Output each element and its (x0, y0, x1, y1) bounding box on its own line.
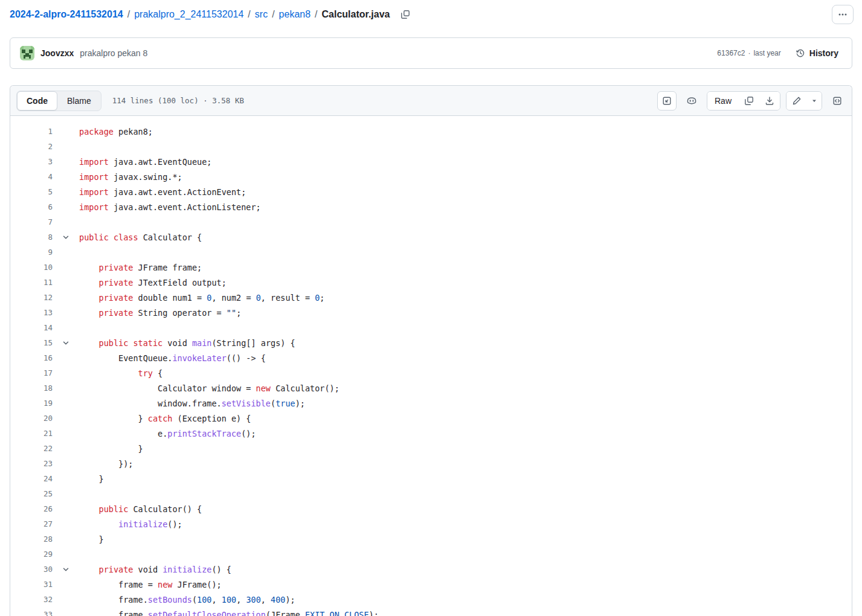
commit-message[interactable]: prakalpro pekan 8 (80, 48, 147, 58)
breadcrumb-dir-link-1[interactable]: prakalpro_2_2411532014 (134, 9, 243, 20)
code-line: 1package pekan8; (10, 124, 852, 139)
copy-path-button[interactable] (397, 6, 414, 23)
line-number[interactable]: 4 (10, 172, 53, 181)
line-number[interactable]: 13 (10, 308, 53, 317)
line-number[interactable]: 11 (10, 278, 53, 287)
breadcrumb-repo-link[interactable]: 2024-2-alpro-2411532014 (10, 9, 123, 20)
fold-chevron-icon[interactable] (53, 565, 79, 574)
breadcrumb-dir-link-2[interactable]: src (255, 9, 268, 20)
fold-chevron-icon[interactable] (53, 339, 79, 347)
line-number[interactable]: 8 (10, 233, 53, 242)
line-number[interactable]: 7 (10, 217, 53, 226)
kebab-menu-button[interactable] (832, 5, 854, 24)
code-line: 2 (10, 139, 852, 154)
commit-meta-separator: · (748, 49, 750, 57)
breadcrumb-dir-link-3[interactable]: pekan8 (279, 9, 311, 20)
line-number[interactable]: 24 (10, 474, 53, 483)
code-blame-toggle: Code Blame (16, 91, 101, 111)
line-number[interactable]: 31 (10, 580, 53, 589)
line-number[interactable]: 5 (10, 187, 53, 196)
copilot-button[interactable] (682, 91, 701, 111)
line-number[interactable]: 16 (10, 353, 53, 362)
code-line-text: frame.setDefaultCloseOperation(JFrame.EX… (79, 610, 379, 616)
line-number[interactable]: 29 (10, 550, 53, 559)
tab-code[interactable]: Code (17, 91, 57, 111)
line-number[interactable]: 14 (10, 323, 53, 332)
code-line: 31 frame = new JFrame(); (10, 577, 852, 592)
code-line-text: private JFrame frame; (79, 263, 202, 272)
code-line: 21 e.printStackTrace(); (10, 426, 852, 441)
line-number[interactable]: 9 (10, 248, 53, 257)
dropdown-caret-icon (811, 97, 818, 104)
line-number[interactable]: 27 (10, 519, 53, 528)
line-number[interactable]: 10 (10, 263, 53, 272)
avatar[interactable] (20, 46, 34, 60)
copy-path-icon (400, 10, 410, 19)
breadcrumb-separator: / (127, 9, 130, 20)
open-in-editor-button[interactable] (657, 91, 677, 111)
line-number[interactable]: 17 (10, 368, 53, 377)
breadcrumb-bar: 2024-2-alpro-2411532014 / prakalpro_2_24… (0, 0, 862, 27)
download-button[interactable] (759, 92, 780, 110)
line-number[interactable]: 1 (10, 127, 53, 136)
raw-button[interactable]: Raw (707, 92, 739, 110)
code-line-text: private double num1 = 0, num2 = 0, resul… (79, 293, 324, 303)
line-number[interactable]: 12 (10, 293, 53, 302)
code-line: 23 }); (10, 456, 852, 471)
copilot-icon (686, 95, 697, 106)
line-number[interactable]: 3 (10, 157, 53, 166)
code-line-text: public Calculator() { (79, 504, 202, 514)
line-number[interactable]: 23 (10, 459, 53, 468)
line-number[interactable]: 26 (10, 504, 53, 513)
kebab-menu-icon (838, 10, 848, 19)
copy-raw-button[interactable] (739, 92, 759, 110)
code-viewer: 1package pekan8;23import java.awt.EventQ… (10, 116, 852, 616)
file-meta: 114 lines (100 loc) · 3.58 KB (112, 96, 244, 105)
line-number[interactable]: 33 (10, 610, 53, 616)
edit-dropdown-button[interactable] (807, 92, 822, 110)
commit-time: last year (753, 49, 780, 57)
line-number[interactable]: 25 (10, 489, 53, 498)
code-line: 7 (10, 214, 852, 229)
breadcrumb-separator: / (272, 9, 274, 20)
line-number[interactable]: 21 (10, 429, 53, 438)
line-number[interactable]: 22 (10, 444, 53, 453)
symbols-panel-button[interactable] (828, 91, 847, 111)
code-line-text: package pekan8; (79, 127, 153, 136)
code-line-text: import javax.swing.*; (79, 172, 182, 182)
code-line-text: } (79, 534, 104, 544)
line-number[interactable]: 6 (10, 202, 53, 211)
commit-sha[interactable]: 61367c2 (717, 49, 745, 57)
code-line: 10 private JFrame frame; (10, 260, 852, 275)
code-lines: 1package pekan8;23import java.awt.EventQ… (10, 124, 852, 616)
code-line-text: }); (79, 459, 133, 469)
line-number[interactable]: 20 (10, 414, 53, 423)
line-number[interactable]: 30 (10, 565, 53, 574)
code-line: 22 } (10, 441, 852, 456)
line-number[interactable]: 2 (10, 142, 53, 151)
line-number[interactable]: 32 (10, 595, 53, 604)
line-number[interactable]: 18 (10, 383, 53, 393)
edit-file-button[interactable] (786, 92, 807, 110)
code-line: 18 Calculator window = new Calculator(); (10, 380, 852, 396)
code-line: 20 } catch (Exception e) { (10, 411, 852, 426)
tab-blame[interactable]: Blame (57, 91, 101, 111)
edit-actions-group (786, 91, 822, 111)
line-number[interactable]: 19 (10, 399, 53, 408)
code-line: 11 private JTextField output; (10, 275, 852, 290)
line-number[interactable]: 28 (10, 534, 53, 544)
history-button[interactable]: History (792, 46, 842, 60)
code-line: 12 private double num1 = 0, num2 = 0, re… (10, 290, 852, 305)
line-number[interactable]: 15 (10, 338, 53, 347)
commit-right: 61367c2 · last year History (717, 46, 842, 60)
breadcrumb-separator: / (248, 9, 250, 20)
fold-chevron-icon[interactable] (53, 233, 79, 242)
history-icon (796, 48, 805, 58)
code-line-text: window.frame.setVisible(true); (79, 399, 305, 408)
code-line: 17 try { (10, 365, 852, 380)
code-line: 8public class Calculator { (10, 229, 852, 245)
code-line: 24 } (10, 471, 852, 486)
code-line: 33 frame.setDefaultCloseOperation(JFrame… (10, 607, 852, 616)
commit-author[interactable]: Joovzxx (40, 48, 74, 58)
code-symbols-icon (832, 96, 842, 106)
